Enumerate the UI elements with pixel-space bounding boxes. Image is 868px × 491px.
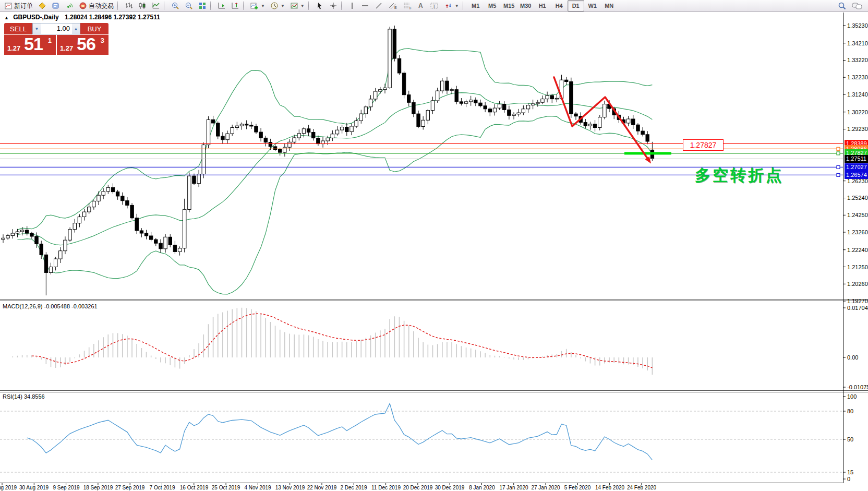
date-axis-label: 13 Nov 2019 [275, 485, 305, 490]
ohlc-values: 1.28024 1.28496 1.27392 1.27511 [65, 14, 160, 21]
volume-increase-button[interactable]: ▲ [72, 23, 80, 34]
price-callout-label[interactable]: 1.27827 [683, 139, 724, 151]
date-axis-label: 27 Sep 2019 [115, 485, 145, 490]
collapse-icon[interactable]: ▲ [4, 15, 9, 20]
price-axis-label: 1.23260 [847, 229, 868, 236]
sell-price-big: 51 [24, 34, 43, 54]
price-tag: 1.26574 [845, 171, 868, 179]
price-tag: 1.27027 [845, 163, 868, 171]
date-axis-label: 30 Aug 2019 [19, 485, 49, 490]
date-axis-label: 14 Feb 2020 [595, 485, 624, 490]
date-axis-label: 11 Dec 2019 [371, 485, 401, 490]
buy-price-prefix: 1.27 [60, 44, 73, 52]
date-axis-label: 16 Oct 2019 [180, 485, 208, 490]
price-axis-label: 1.31240 [847, 91, 868, 98]
buy-price-button[interactable]: 1.27 56 3 [57, 35, 108, 55]
date-axis-label: 22 Nov 2019 [307, 485, 337, 490]
date-axis-label: 18 Sep 2019 [83, 485, 113, 490]
date-axis-label: 24 Feb 2020 [627, 485, 656, 490]
date-axis-label: 5 Feb 2020 [564, 485, 591, 490]
date-axis-label: 27 Jan 2020 [531, 485, 560, 490]
date-axis-label: 25 Oct 2019 [212, 485, 240, 490]
chart-canvas[interactable] [0, 0, 868, 491]
date-axis-label: 8 Jan 2020 [469, 485, 495, 490]
price-axis-label: 1.29230 [847, 125, 868, 133]
price-axis-label: 1.34210 [847, 40, 868, 47]
rsi-axis-label: 80 [847, 408, 853, 415]
price-axis-label: 1.25240 [847, 194, 868, 201]
one-click-trading-panel: SELL ▼ 1.00 ▲ BUY 1.27 51 1 1.27 56 3 [4, 23, 108, 55]
date-axis-label: 9 Sep 2019 [53, 485, 79, 490]
price-tag: 1.27511 [845, 155, 868, 163]
price-axis-label: 1.30220 [847, 109, 868, 116]
price-axis-label: 1.32230 [847, 74, 868, 81]
rsi-axis-label: 15 [847, 469, 853, 476]
volume-stepper: ▼ 1.00 ▲ [32, 23, 80, 34]
mt4-window: 新订单 自动交易 [0, 0, 868, 491]
date-axis-label: 2 Dec 2019 [340, 485, 367, 490]
date-axis-label: 30 Dec 2019 [435, 485, 465, 490]
price-axis-label: 1.19270 [847, 297, 868, 305]
price-axis-label: 1.35230 [847, 22, 868, 29]
sell-price-pipette: 1 [48, 37, 52, 44]
sell-price-prefix: 1.27 [7, 44, 20, 52]
volume-decrease-button[interactable]: ▼ [33, 23, 41, 34]
price-axis-label: 1.33220 [847, 56, 868, 64]
date-axis-label: 21 Aug 2019 [0, 485, 17, 490]
macd-axis-label: 0.017043 [847, 304, 868, 312]
date-axis-label: 7 Oct 2019 [150, 485, 175, 490]
buy-price-big: 56 [77, 34, 95, 54]
volume-input[interactable]: 1.00 [41, 23, 72, 34]
rsi-axis-label: 0 [847, 475, 850, 483]
rsi-axis-label: 100 [847, 393, 857, 400]
rsi-label: RSI(14) 34.8556 [3, 393, 45, 400]
price-axis-label: 1.20260 [847, 280, 868, 288]
date-axis-label: 17 Jan 2020 [499, 485, 528, 490]
price-axis-label: 1.21250 [847, 264, 868, 271]
symbol-period-label: GBPUSD-,Daily [13, 14, 58, 21]
macd-axis-label: -0.010751 [847, 384, 868, 391]
buy-button[interactable]: BUY [80, 23, 108, 34]
date-axis-label: 20 Dec 2019 [403, 485, 433, 490]
buy-price-pipette: 3 [101, 37, 104, 44]
macd-label: MACD(12,26,9) -0.005488 -0.003261 [3, 303, 98, 309]
sell-button[interactable]: SELL [4, 23, 32, 34]
macd-axis-label: 0.00 [847, 354, 858, 361]
rsi-axis-label: 50 [847, 436, 853, 443]
sell-price-button[interactable]: 1.27 51 1 [4, 35, 56, 55]
price-axis-label: 1.24250 [847, 211, 868, 219]
turning-point-annotation[interactable]: 多空转折点 [695, 165, 783, 186]
date-axis-label: 4 Nov 2019 [244, 485, 271, 490]
price-axis-label: 1.22240 [847, 246, 868, 254]
chart-title: ▲ GBPUSD-,Daily 1.28024 1.28496 1.27392 … [4, 14, 160, 21]
